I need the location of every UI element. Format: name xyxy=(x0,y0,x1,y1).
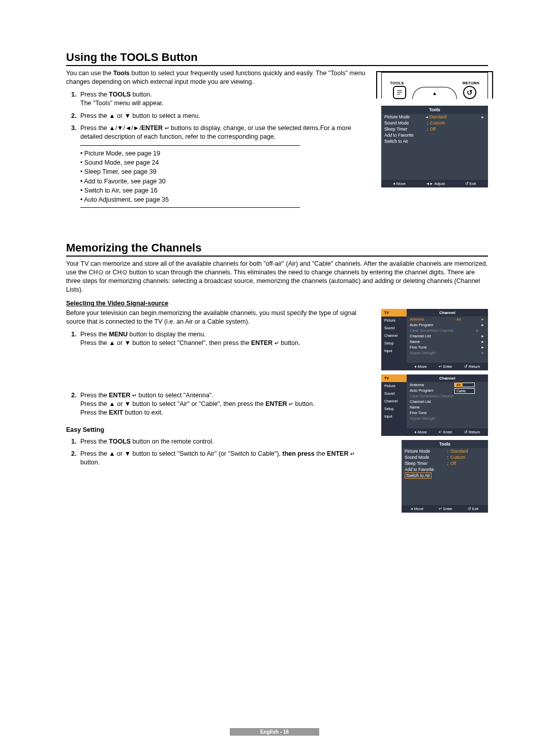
page-footer: English - 16 xyxy=(0,728,549,736)
divider xyxy=(80,207,300,208)
osd-row: Sound Mode : Custom xyxy=(381,120,488,126)
osd-title: Tools xyxy=(381,106,488,114)
return-icon: ↺ xyxy=(463,86,476,99)
osd-row: Sleep Timer : Off xyxy=(381,126,488,132)
easy-setting-heading: Easy Setting xyxy=(66,426,374,433)
step-item: 1. Press the MENU button to display the … xyxy=(71,330,374,348)
see-also-list: Picture Mode, see page 19 Sound Mode, se… xyxy=(80,149,374,204)
step-item: 1. Press the TOOLS button on the remote … xyxy=(71,437,374,446)
memorizing-intro: Your TV can memorize and store all of th… xyxy=(66,260,488,294)
enter-icon xyxy=(274,339,279,346)
tools-label: TOOLS xyxy=(390,81,404,85)
enter-icon xyxy=(289,400,293,407)
osd-row: Switch to Air xyxy=(381,138,488,144)
heading-memorizing: Memorizing the Channels xyxy=(66,241,488,257)
channel-osd-2: TV Picture Sound Channel Setup Input Cha… xyxy=(381,374,488,436)
osd-footer: ♦ Move ◄► Adjust ↺ Exit xyxy=(381,180,488,187)
osd-row: Picture Mode ◄ Standard ► xyxy=(381,114,488,120)
enter-icon xyxy=(165,124,169,132)
subheading-signal-source: Selecting the Video Signal-source xyxy=(66,300,488,307)
enter-icon xyxy=(132,392,137,399)
enter-icon xyxy=(350,450,355,457)
dpad-icon: ▲ xyxy=(412,87,457,99)
step-item: 2. Press the ▲ or ▼ button to select "Sw… xyxy=(71,450,374,467)
tools-icon xyxy=(393,86,406,99)
signal-source-text: Before your television can begin memoriz… xyxy=(66,309,374,326)
section-memorizing-channels: Memorizing the Channels Your TV can memo… xyxy=(66,241,488,518)
steps-list: 1. Press the TOOLS button. The "Tools" m… xyxy=(71,90,374,141)
divider xyxy=(80,145,300,146)
osd-row: Add to Favorite xyxy=(381,132,488,138)
tools-osd-2: Tools Picture Mode:Standard Sound Mode:C… xyxy=(402,440,488,513)
return-label: RETURN xyxy=(463,81,479,85)
step-item: 2. Press the ENTER button to select "Ant… xyxy=(71,391,374,417)
heading-using-tools: Using the TOOLS Button xyxy=(66,51,488,66)
intro-text: You can use the Tools button to select y… xyxy=(66,69,374,86)
tools-osd: Tools Picture Mode ◄ Standard ► Sound Mo… xyxy=(381,106,488,187)
remote-illustration: TOOLS RETURN ▲ ↺ xyxy=(376,71,493,99)
channel-osd-1: TV Picture Sound Channel Setup Input Cha… xyxy=(381,309,488,370)
